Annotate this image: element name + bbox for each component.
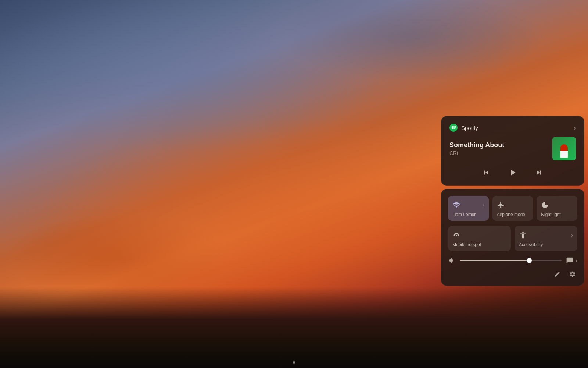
svg-point-0 — [449, 124, 458, 132]
volume-row: › — [448, 257, 577, 264]
accessibility-tile[interactable]: › Accessibility — [514, 226, 577, 251]
media-card: Spotify › Something About CRi — [441, 116, 584, 186]
wifi-tile[interactable]: › Liam Lemur — [448, 196, 489, 221]
volume-thumb — [527, 258, 532, 263]
wifi-chevron-icon: › — [483, 202, 484, 208]
taskbar-dot — [293, 361, 295, 364]
quick-settings-panel: › Liam Lemur Airplane mode — [441, 189, 584, 286]
volume-icon — [448, 257, 455, 264]
spotify-logo-icon — [449, 124, 458, 132]
accessibility-icon — [519, 231, 527, 239]
night-light-icon — [541, 201, 549, 209]
airplane-icon — [497, 201, 505, 209]
volume-output: › — [566, 257, 577, 264]
spotify-expand-icon[interactable]: › — [574, 124, 576, 132]
quick-tiles-row2: Mobile hotspot › Accessibility — [448, 226, 577, 251]
wifi-label: Liam Lemur — [452, 212, 476, 217]
volume-slider[interactable] — [460, 260, 562, 261]
night-light-tile[interactable]: Night light — [537, 196, 577, 221]
night-light-label: Night light — [541, 212, 560, 217]
mobile-hotspot-tile[interactable]: Mobile hotspot — [448, 226, 511, 251]
settings-button[interactable] — [568, 269, 577, 279]
track-artist: CRi — [449, 150, 504, 156]
airplane-mode-tile[interactable]: Airplane mode — [492, 196, 533, 221]
system-panels: Spotify › Something About CRi — [441, 116, 584, 286]
next-track-button[interactable] — [534, 167, 545, 178]
spotify-left: Spotify — [449, 124, 478, 132]
wifi-icon — [452, 201, 460, 209]
spotify-app-name: Spotify — [461, 125, 478, 131]
next-icon — [535, 169, 543, 177]
audio-output-icon — [566, 257, 573, 264]
play-icon — [508, 168, 517, 177]
volume-fill — [460, 260, 529, 261]
prev-icon — [482, 169, 490, 177]
edit-quick-settings-button[interactable] — [552, 269, 562, 279]
prev-track-button[interactable] — [481, 167, 492, 178]
track-info: Something About CRi — [449, 137, 576, 160]
play-pause-button[interactable] — [506, 166, 519, 179]
accessibility-label: Accessibility — [519, 242, 543, 247]
hotspot-icon — [452, 231, 460, 239]
track-title: Something About — [449, 141, 504, 149]
airplane-label: Airplane mode — [497, 212, 525, 217]
bottom-actions — [448, 269, 577, 279]
media-controls — [449, 166, 576, 179]
spotify-header: Spotify › — [449, 124, 576, 132]
accessibility-chevron-icon: › — [571, 232, 573, 238]
gear-icon — [569, 271, 576, 277]
edit-icon — [554, 271, 560, 277]
track-text: Something About CRi — [449, 141, 504, 156]
hotspot-label: Mobile hotspot — [452, 242, 481, 247]
quick-tiles-row1: › Liam Lemur Airplane mode — [448, 196, 577, 221]
album-art — [552, 137, 576, 160]
audio-output-chevron-icon[interactable]: › — [576, 258, 577, 263]
